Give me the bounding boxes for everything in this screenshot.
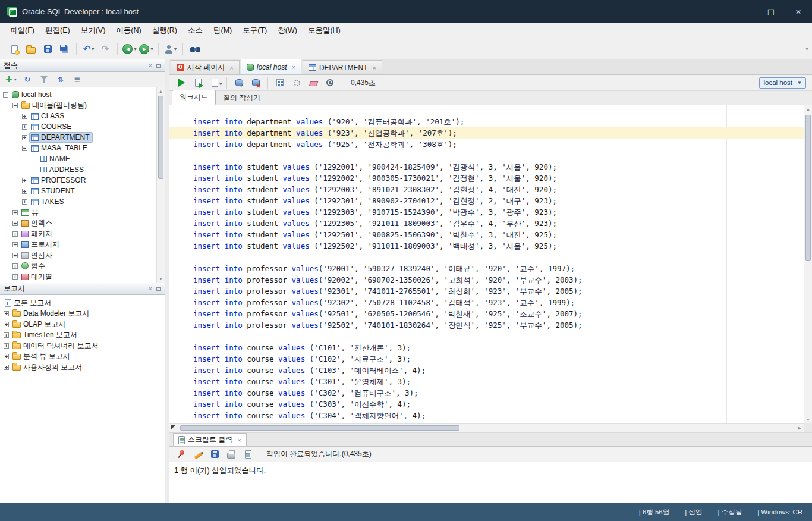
- tree-item[interactable]: −테이블(필터링됨): [0, 100, 165, 111]
- code-line[interactable]: insert into department values ('923', '산…: [169, 127, 804, 139]
- report-item[interactable]: +분석 뷰 보고서: [0, 351, 165, 362]
- menu-item[interactable]: 파일(F): [5, 23, 40, 38]
- menu-item[interactable]: 소스: [182, 23, 208, 38]
- tree-node[interactable]: 함수: [20, 260, 48, 272]
- code-line[interactable]: insert into student values ('1292301', '…: [169, 195, 804, 206]
- tree-item[interactable]: +TAKES: [0, 196, 165, 207]
- menu-item[interactable]: 이동(N): [111, 23, 146, 38]
- report-item[interactable]: +사용자정의 보고서: [0, 362, 165, 372]
- tree-item[interactable]: −MASA_TABLE: [0, 143, 165, 153]
- report-item[interactable]: +Data Modeler 보고서: [0, 308, 165, 319]
- code-line[interactable]: insert into course values ('C101', '전산개론…: [169, 342, 804, 353]
- menu-item[interactable]: 창(W): [272, 23, 303, 38]
- tree-node[interactable]: TAKES: [30, 197, 66, 206]
- tree-item[interactable]: +STUDENT: [0, 186, 165, 196]
- tree-toggle-icon[interactable]: −: [3, 92, 8, 98]
- report-node[interactable]: OLAP 보고서: [11, 319, 68, 330]
- tree-item[interactable]: +인덱스: [0, 218, 165, 228]
- report-node[interactable]: 분석 뷰 보고서: [11, 351, 73, 362]
- panel-splitter[interactable]: [165, 59, 169, 503]
- tree-node[interactable]: MASA_TABLE: [30, 143, 90, 153]
- tree-node[interactable]: 패키지: [20, 228, 55, 240]
- report-node[interactable]: 모든 보고서: [4, 297, 53, 309]
- refresh-button[interactable]: [20, 72, 35, 87]
- tree-node[interactable]: 테이블(필터링됨): [20, 100, 89, 111]
- filter-button[interactable]: [36, 72, 52, 87]
- panel-close-icon[interactable]: ×: [149, 62, 152, 69]
- tree-toggle-icon[interactable]: +: [12, 210, 18, 215]
- search-button[interactable]: [187, 42, 203, 57]
- connection-selector[interactable]: local host ▼: [759, 77, 806, 89]
- maximize-button[interactable]: □: [757, 0, 785, 23]
- back-button[interactable]: ▾: [122, 42, 137, 57]
- forward-button[interactable]: ▾: [139, 42, 154, 57]
- tree-node[interactable]: COURSE: [30, 122, 74, 131]
- tree-node[interactable]: 인덱스: [20, 218, 55, 229]
- code-line[interactable]: insert into professor values('92002', '6…: [169, 274, 804, 285]
- report-item[interactable]: +OLAP 보고서: [0, 319, 165, 329]
- tree-node[interactable]: 뷰: [20, 207, 41, 218]
- panel-close-icon[interactable]: ×: [149, 285, 152, 292]
- tree-toggle-icon[interactable]: −: [22, 146, 27, 151]
- report-item[interactable]: +데이터 딕셔너리 보고서: [0, 340, 165, 351]
- sql-code[interactable]: insert into department values ('920', '컴…: [169, 116, 804, 432]
- tab-close-icon[interactable]: ×: [372, 64, 376, 71]
- tree-item[interactable]: +CLASS: [0, 111, 165, 121]
- code-line[interactable]: insert into student values ('1292502', '…: [169, 240, 804, 252]
- tree-item[interactable]: NAME: [0, 153, 165, 164]
- splitter-grip-icon[interactable]: [171, 425, 175, 430]
- code-line[interactable]: [169, 331, 804, 342]
- code-line[interactable]: insert into course values ('C302', '컴퓨터구…: [169, 387, 804, 398]
- subtab-query-builder[interactable]: 질의 작성기: [216, 91, 267, 105]
- script-output-tab[interactable]: 스크립트 출력 ×: [173, 433, 247, 446]
- open-button[interactable]: [23, 42, 39, 57]
- tree-node[interactable]: ADDRESS: [39, 165, 86, 174]
- code-line[interactable]: insert into student values ('1292003', '…: [169, 184, 804, 195]
- code-line[interactable]: insert into student values ('1292501', '…: [169, 229, 804, 240]
- tree-toggle-icon[interactable]: +: [4, 343, 9, 349]
- subtab-worksheet[interactable]: 워크시트: [172, 90, 216, 105]
- add-button[interactable]: ▾: [3, 72, 18, 87]
- tree-toggle-icon[interactable]: +: [12, 221, 18, 226]
- rollback-button[interactable]: [248, 75, 263, 90]
- sql-editor[interactable]: insert into department values ('920', '컴…: [169, 105, 812, 432]
- code-line[interactable]: insert into course values ('C301', '운영체제…: [169, 376, 804, 387]
- tree-node[interactable]: 대기열: [20, 271, 55, 283]
- tree-toggle-icon[interactable]: +: [12, 253, 18, 258]
- print-button[interactable]: [224, 447, 239, 462]
- tree-node[interactable]: CLASS: [30, 111, 67, 121]
- tree-item[interactable]: +대기열: [0, 271, 165, 282]
- code-line[interactable]: insert into student values ('1292303', '…: [169, 206, 804, 218]
- worksheet-dropdown-button[interactable]: [207, 75, 222, 90]
- tree-item[interactable]: +연산자: [0, 250, 165, 260]
- collapse-button[interactable]: [70, 72, 85, 87]
- explain-plan-button[interactable]: [272, 75, 288, 90]
- menu-item[interactable]: 실행(R): [147, 23, 182, 38]
- tree-node[interactable]: STUDENT: [30, 186, 77, 196]
- tree-toggle-icon[interactable]: +: [22, 135, 27, 140]
- panel-restore-icon[interactable]: [156, 287, 161, 291]
- tree-toggle-icon[interactable]: +: [22, 114, 27, 119]
- tree-toggle-icon[interactable]: +: [12, 274, 18, 280]
- save-all-button[interactable]: [56, 42, 72, 57]
- report-node[interactable]: Data Modeler 보고서: [11, 308, 92, 319]
- code-line[interactable]: insert into student values ('1292305', '…: [169, 218, 804, 229]
- editor-vertical-scrollbar[interactable]: ▲ ▼: [804, 105, 812, 423]
- doc-tab-시작-페이지[interactable]: 시작 페이지×: [171, 60, 240, 74]
- close-button[interactable]: ×: [785, 0, 812, 23]
- tree-node[interactable]: NAME: [39, 154, 73, 164]
- tree-item[interactable]: +뷰: [0, 207, 165, 218]
- tree-toggle-icon[interactable]: +: [22, 124, 27, 130]
- sort-button[interactable]: [53, 72, 68, 87]
- tree-item[interactable]: +함수: [0, 260, 165, 271]
- report-item[interactable]: 모든 보고서: [0, 297, 165, 308]
- tree-toggle-icon[interactable]: +: [4, 311, 9, 316]
- tree-item[interactable]: +COURSE: [0, 121, 165, 132]
- tree-toggle-icon[interactable]: +: [22, 178, 27, 183]
- script-output-text[interactable]: 1 행 이(가) 삽입되었습니다.: [169, 462, 812, 503]
- code-line[interactable]: insert into professor values('92502', '7…: [169, 319, 804, 331]
- menu-item[interactable]: 도움말(H): [303, 23, 346, 38]
- tree-node[interactable]: 연산자: [20, 250, 55, 261]
- toolbar-overflow-icon[interactable]: ▾: [805, 45, 808, 52]
- code-line[interactable]: insert into professor values('92302', '7…: [169, 297, 804, 308]
